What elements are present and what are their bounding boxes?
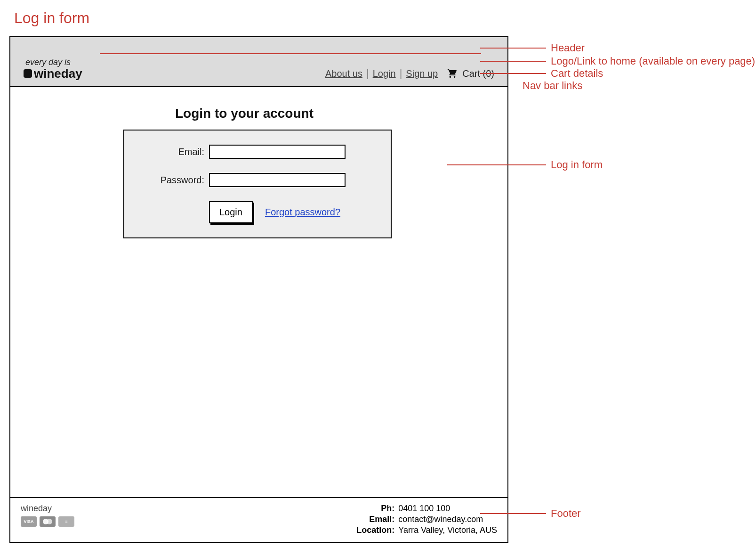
nav-login-link[interactable]: Login: [373, 68, 396, 79]
login-heading: Login to your account: [175, 106, 507, 121]
nav-about-link[interactable]: About us: [325, 68, 362, 79]
footer-brand: wineday: [21, 504, 74, 514]
header: every day is wineday About us | Login | …: [10, 37, 507, 87]
logo-brand: wineday: [34, 67, 82, 80]
cart-icon: [446, 68, 458, 79]
forgot-password-link[interactable]: Forgot password?: [265, 207, 340, 218]
logo-tagline: every day is: [25, 58, 82, 66]
footer-location-value: Yarra Valley, Victoria, AUS: [398, 525, 497, 535]
logo-icon: [24, 69, 32, 78]
annotation-footer: Footer: [551, 507, 581, 520]
annotation-cart: Cart details: [551, 67, 603, 80]
footer-email-label: Email:: [352, 514, 394, 524]
main-content: Login to your account Email: Password: L…: [10, 87, 507, 497]
email-field[interactable]: [209, 145, 346, 159]
visa-icon: VISA: [21, 516, 37, 527]
annotation-logo: Logo/Link to home (available on every pa…: [551, 55, 755, 67]
footer: wineday VISA ≡ Ph: 0401 100 100 Email: c…: [10, 497, 507, 542]
footer-ph-label: Ph:: [352, 504, 394, 514]
footer-location-label: Location:: [352, 525, 394, 535]
annotation-form: Log in form: [551, 159, 603, 171]
email-label: Email:: [143, 147, 204, 157]
annotation-nav: Nav bar links: [523, 80, 582, 92]
nav-separator: |: [366, 67, 369, 80]
mastercard-icon: [40, 516, 56, 527]
footer-email-value: contact@wineday.com: [398, 514, 483, 524]
cart-label: Cart: [462, 68, 480, 79]
amex-icon: ≡: [58, 516, 74, 527]
logo-home-link[interactable]: every day is wineday: [24, 58, 82, 80]
page-title: Log in form: [14, 9, 747, 27]
nav-separator: |: [400, 67, 402, 80]
payment-cards: VISA ≡: [21, 516, 74, 527]
nav-signup-link[interactable]: Sign up: [406, 68, 438, 79]
nav-bar: About us | Login | Sign up Cart (0): [325, 67, 494, 80]
footer-ph-value: 0401 100 100: [398, 504, 450, 514]
login-form: Email: Password: Login Forgot password?: [123, 130, 392, 238]
annotation-leader-logo: [100, 53, 481, 54]
annotation-header: Header: [551, 42, 585, 54]
password-label: Password:: [143, 175, 204, 186]
login-button[interactable]: Login: [209, 201, 253, 223]
browser-frame: every day is wineday About us | Login | …: [9, 36, 508, 543]
password-field[interactable]: [209, 173, 346, 187]
